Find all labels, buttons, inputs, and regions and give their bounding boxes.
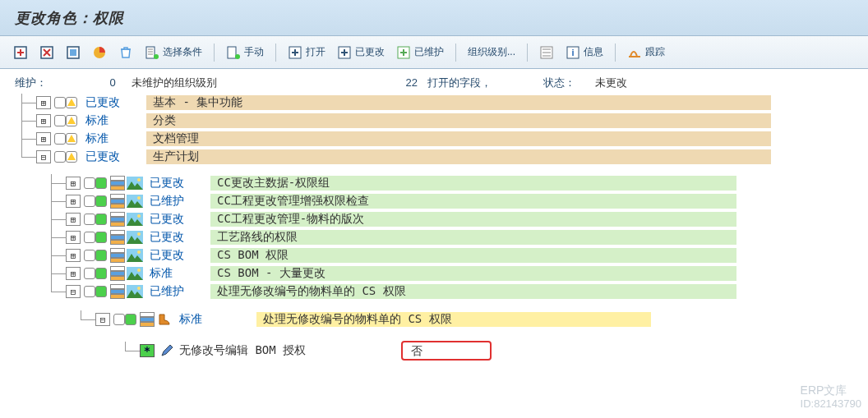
tree-expander[interactable]: ⊞: [66, 195, 81, 208]
tree-expander[interactable]: ⊞: [66, 231, 81, 244]
svg-text:i: i: [571, 48, 574, 57]
watermark: ERP文库 ID:82143790: [801, 383, 861, 411]
status-lights-icon: [84, 268, 107, 279]
status-line: 维护： 0 未维护的组织级别 22 打开的字段， 状态： 未更改: [15, 76, 868, 90]
status-lights-icon: [84, 214, 107, 225]
stack-icon: [110, 212, 125, 227]
tree-expander[interactable]: ⊞: [66, 267, 81, 280]
tree-node-top[interactable]: ⊞ 标准 文档管理: [7, 130, 868, 148]
svg-point-28: [137, 287, 141, 290]
icon-btn-3[interactable]: [61, 42, 85, 63]
tree-node-top[interactable]: ⊞ 已更改 基本 - 集中功能: [7, 94, 868, 112]
svg-point-22: [137, 232, 141, 236]
tree-expander[interactable]: ⊞: [66, 213, 81, 226]
org-level-button[interactable]: 组织级别...: [463, 42, 520, 63]
tree-expander[interactable]: ⊞: [36, 114, 51, 127]
field-status-icon: *: [140, 344, 155, 357]
open-button[interactable]: 打开: [283, 42, 330, 63]
mountain-icon: [127, 213, 143, 226]
select-cond-button[interactable]: 选择条件: [140, 42, 207, 63]
status-lights-icon: [54, 97, 77, 108]
info-button[interactable]: i信息: [561, 42, 608, 63]
stack-icon: [110, 194, 125, 209]
tree-expander[interactable]: ⊟: [95, 313, 110, 326]
svg-point-20: [137, 214, 141, 218]
tree-node-obj[interactable]: ⊞ 已更改 CC工程更改管理-物料的版次: [7, 210, 868, 228]
mountain-icon: [127, 177, 143, 190]
svg-point-16: [137, 178, 141, 181]
mountain-icon: [127, 231, 143, 244]
status-lights-icon: [54, 151, 77, 163]
svg-point-26: [137, 269, 141, 272]
mountain-icon: [127, 195, 143, 208]
tree-expander[interactable]: ⊞: [66, 177, 81, 190]
tree-node-auth[interactable]: ⊟ 标准 处理无修改编号的物料单的 CS 权限: [7, 310, 868, 328]
tree-node-obj[interactable]: ⊞ 标准 CS BOM - 大量更改: [7, 264, 868, 282]
pie-icon[interactable]: [87, 42, 112, 63]
status-lights-icon: [54, 133, 77, 145]
status-lights-icon: [84, 177, 107, 189]
boot-icon: [156, 313, 173, 326]
tree-expander[interactable]: ⊞: [66, 249, 81, 262]
stack-icon: [110, 176, 125, 191]
auth-tree: ⊞ 已更改 基本 - 集中功能 ⊞ 标准 分类 ⊞ 标准 文档管理 ⊟ 已更改 …: [7, 94, 868, 361]
stack-icon: [140, 312, 155, 327]
stack-icon: [110, 248, 125, 263]
svg-point-8: [235, 54, 240, 59]
icon-btn-2[interactable]: [35, 42, 59, 63]
tree-node-top[interactable]: ⊞ 标准 分类: [7, 112, 868, 130]
status-lights-icon: [54, 115, 77, 126]
auth-field-row: * 无修改号编辑 BOM 授权 否: [7, 340, 868, 361]
svg-rect-5: [146, 47, 155, 58]
manual-button[interactable]: 手动: [221, 42, 269, 63]
icon-btn-1[interactable]: [8, 42, 33, 63]
trace-button[interactable]: 跟踪: [622, 42, 670, 63]
svg-point-18: [137, 196, 141, 200]
stack-icon: [110, 284, 125, 299]
tree-node-obj[interactable]: ⊞ 已更改 工艺路线的权限: [7, 228, 868, 246]
mountain-icon: [127, 249, 143, 262]
mountain-icon: [127, 285, 143, 298]
tree-expander[interactable]: ⊟: [66, 285, 81, 298]
app-toolbar: 选择条件 手动 打开 已更改 已维护 组织级别... i信息 跟踪: [0, 36, 868, 69]
svg-rect-3: [70, 49, 76, 56]
stack-icon: [110, 266, 125, 281]
svg-rect-7: [228, 47, 236, 58]
list-icon[interactable]: [534, 42, 559, 63]
tree-expander[interactable]: ⊞: [36, 132, 51, 145]
tree-node-obj[interactable]: ⊞ 已更改 CC更改主数据-权限组: [7, 174, 868, 192]
tree-node-obj[interactable]: ⊟ 已维护 处理无修改编号的物料单的 CS 权限: [7, 282, 868, 301]
status-lights-icon: [84, 232, 107, 243]
page-title: 更改角色：权限: [0, 0, 868, 36]
delete-icon[interactable]: [113, 42, 138, 63]
maintained-button[interactable]: 已维护: [391, 42, 449, 63]
tree-node-obj[interactable]: ⊞ 已更改 CS BOM 权限: [7, 246, 868, 264]
svg-point-24: [137, 250, 141, 254]
status-lights-icon: [113, 314, 136, 325]
stack-icon: [110, 230, 125, 245]
mountain-icon: [127, 267, 143, 280]
changed-button[interactable]: 已更改: [332, 42, 390, 63]
status-lights-icon: [84, 286, 107, 297]
tree-expander[interactable]: ⊟: [36, 150, 51, 163]
status-lights-icon: [84, 250, 107, 261]
tree-expander[interactable]: ⊞: [36, 96, 51, 109]
field-label: 无修改号编辑 BOM 授权: [179, 343, 393, 358]
field-value[interactable]: 否: [401, 341, 492, 361]
tree-node-obj[interactable]: ⊞ 已维护 CC工程更改管理增强权限检查: [7, 192, 868, 210]
svg-point-6: [154, 54, 159, 59]
status-lights-icon: [84, 195, 107, 207]
tree-node-top[interactable]: ⊟ 已更改 生产计划: [7, 148, 868, 166]
pencil-icon[interactable]: [159, 343, 174, 358]
